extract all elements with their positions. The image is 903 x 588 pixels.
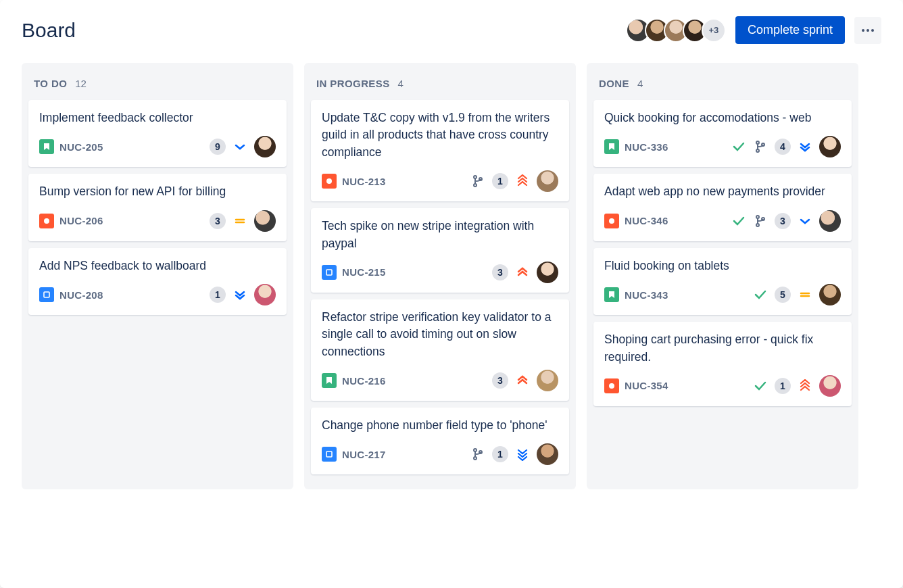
issue-card[interactable]: Implement feedback collector NUC-205 9 bbox=[28, 100, 287, 167]
svg-point-7 bbox=[474, 184, 477, 187]
svg-point-3 bbox=[44, 218, 49, 224]
avatar-overflow[interactable]: +3 bbox=[702, 18, 726, 43]
card-meta-row: NUC-215 3 bbox=[322, 262, 558, 283]
card-title: Bump version for new API for billing bbox=[39, 183, 276, 200]
card-meta-row: NUC-217 1 bbox=[322, 443, 558, 465]
task-icon bbox=[322, 265, 337, 280]
issue-card[interactable]: Update T&C copy with v1.9 from the write… bbox=[311, 100, 569, 201]
priority-low-icon bbox=[233, 139, 247, 154]
issue-key: NUC-208 bbox=[59, 289, 103, 301]
column-title: TO DO bbox=[34, 78, 67, 89]
header-actions: +3 Complete sprint bbox=[631, 16, 881, 44]
branch-icon bbox=[753, 214, 768, 228]
complete-sprint-button[interactable]: Complete sprint bbox=[735, 16, 845, 44]
issue-key: NUC-215 bbox=[342, 266, 386, 278]
story-points-badge: 1 bbox=[210, 287, 226, 303]
column-in-progress: IN PROGRESS 4 Update T&C copy with v1.9 … bbox=[304, 63, 576, 489]
done-check-icon bbox=[753, 378, 768, 393]
board-app: Board +3 Complete sprint TO bbox=[0, 0, 903, 588]
issue-key: NUC-217 bbox=[342, 449, 386, 460]
priority-highest-icon bbox=[798, 378, 812, 393]
issue-key: NUC-216 bbox=[342, 375, 386, 387]
card-meta-row: NUC-354 1 bbox=[604, 375, 841, 397]
card-meta-row: NUC-343 5 bbox=[604, 284, 841, 305]
priority-low-icon bbox=[798, 214, 812, 228]
column-header: DONE 4 bbox=[593, 71, 852, 100]
issue-card[interactable]: Bump version for new API for billing NUC… bbox=[28, 174, 287, 241]
more-menu-button[interactable] bbox=[854, 17, 881, 44]
story-points-badge: 1 bbox=[492, 173, 508, 189]
assignee-avatar[interactable] bbox=[537, 443, 558, 465]
story-points-badge: 3 bbox=[492, 264, 508, 280]
svg-rect-10 bbox=[326, 451, 332, 457]
more-horizontal-icon bbox=[860, 22, 876, 39]
assignee-avatar[interactable] bbox=[819, 136, 841, 157]
svg-rect-4 bbox=[44, 292, 49, 297]
bug-icon bbox=[322, 174, 337, 189]
issue-card[interactable]: Fluid booking on tablets NUC-343 5 bbox=[593, 248, 852, 315]
svg-point-6 bbox=[474, 176, 477, 178]
task-icon bbox=[39, 287, 54, 302]
card-title: Tech spike on new stripe integration wit… bbox=[322, 218, 558, 252]
priority-high-icon bbox=[515, 373, 530, 388]
assignee-avatar[interactable] bbox=[537, 370, 558, 391]
card-meta-row: NUC-336 4 bbox=[604, 136, 841, 157]
story-points-badge: 4 bbox=[775, 139, 791, 155]
column-title: IN PROGRESS bbox=[316, 78, 390, 89]
svg-point-0 bbox=[862, 29, 864, 32]
assignee-avatar[interactable] bbox=[537, 170, 558, 192]
card-title: Fluid booking on tablets bbox=[604, 258, 841, 274]
issue-card[interactable]: Refactor stripe verification key validat… bbox=[311, 299, 569, 401]
story-points-badge: 1 bbox=[492, 446, 508, 462]
story-icon bbox=[604, 287, 619, 302]
svg-point-11 bbox=[474, 449, 477, 451]
story-points-badge: 5 bbox=[775, 287, 791, 303]
card-title: Shoping cart purchasing error - quick fi… bbox=[604, 331, 841, 366]
story-points-badge: 9 bbox=[210, 139, 226, 155]
assignee-avatar[interactable] bbox=[537, 262, 558, 283]
issue-card[interactable]: Adapt web app no new payments provider N… bbox=[593, 174, 852, 241]
story-icon bbox=[604, 139, 619, 154]
svg-point-12 bbox=[474, 457, 477, 460]
issue-key: NUC-205 bbox=[59, 141, 103, 153]
column-header: TO DO 12 bbox=[28, 71, 287, 100]
assignee-avatar[interactable] bbox=[819, 375, 841, 397]
column-title: DONE bbox=[599, 78, 629, 89]
assignee-avatars[interactable]: +3 bbox=[631, 18, 726, 43]
issue-card[interactable]: Tech spike on new stripe integration wit… bbox=[311, 208, 569, 293]
priority-high-icon bbox=[515, 265, 530, 280]
card-title: Add NPS feedback to wallboard bbox=[39, 258, 276, 274]
column-done: DONE 4 Quick booking for accomodations -… bbox=[587, 63, 858, 489]
story-icon bbox=[39, 139, 54, 154]
priority-low-icon bbox=[233, 287, 247, 302]
assignee-avatar[interactable] bbox=[254, 284, 276, 305]
branch-icon bbox=[470, 447, 485, 462]
column-count: 12 bbox=[75, 78, 87, 89]
issue-card[interactable]: Add NPS feedback to wallboard NUC-208 1 bbox=[28, 248, 287, 315]
priority-medium-icon bbox=[233, 214, 247, 228]
issue-card[interactable]: Quick booking for accomodations - web NU… bbox=[593, 100, 852, 167]
card-meta-row: NUC-216 3 bbox=[322, 370, 558, 391]
card-meta-row: NUC-346 3 bbox=[604, 210, 841, 232]
issue-key: NUC-213 bbox=[342, 176, 386, 187]
assignee-avatar[interactable] bbox=[819, 284, 841, 305]
story-points-badge: 3 bbox=[775, 213, 791, 229]
story-points-badge: 3 bbox=[210, 213, 226, 229]
svg-point-17 bbox=[609, 218, 614, 224]
done-check-icon bbox=[731, 139, 746, 154]
header: Board +3 Complete sprint bbox=[22, 16, 881, 44]
assignee-avatar[interactable] bbox=[819, 210, 841, 232]
card-meta-row: NUC-205 9 bbox=[39, 136, 276, 157]
issue-card[interactable]: Change phone number field type to 'phone… bbox=[311, 408, 569, 474]
page-title: Board bbox=[22, 19, 76, 42]
column-todo: TO DO 12 Implement feedback collector NU… bbox=[22, 63, 293, 489]
card-meta-row: NUC-208 1 bbox=[39, 284, 276, 305]
bug-icon bbox=[39, 214, 54, 228]
svg-point-5 bbox=[326, 178, 332, 184]
bug-icon bbox=[604, 378, 619, 393]
story-points-badge: 3 bbox=[492, 372, 508, 389]
svg-point-19 bbox=[756, 224, 759, 226]
assignee-avatar[interactable] bbox=[254, 210, 276, 232]
issue-card[interactable]: Shoping cart purchasing error - quick fi… bbox=[593, 322, 852, 406]
assignee-avatar[interactable] bbox=[254, 136, 276, 157]
